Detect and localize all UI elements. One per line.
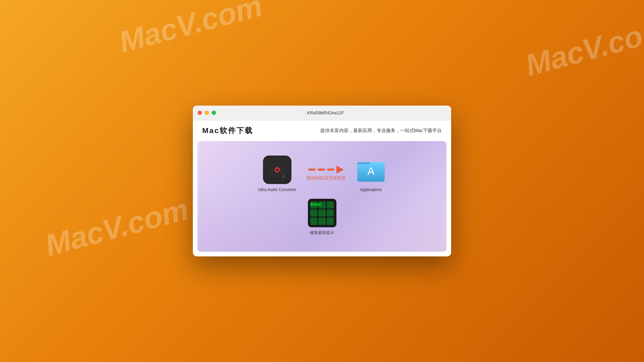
applications-folder-icon: A xyxy=(356,156,386,184)
svg-text:♪: ♪ xyxy=(282,173,285,179)
uac-svg-icon: ♪ xyxy=(265,157,290,182)
repair-label: 修复损坏提示 xyxy=(310,230,334,236)
titlebar: 📄 Kf5d09bf042ea11F xyxy=(193,106,451,120)
applications-label: Applications xyxy=(360,187,382,192)
dash-3 xyxy=(327,169,334,171)
traffic-lights xyxy=(198,111,216,115)
svg-text:A: A xyxy=(367,165,375,177)
title-icon: 📄 xyxy=(300,110,305,115)
repair-item[interactable]: exec 修复损坏提示 xyxy=(308,199,336,236)
dash-1 xyxy=(308,169,316,171)
install-row: ♪ Ultra Audio Converter 拖动到右边完成安装 xyxy=(258,155,386,192)
arrow-container: 拖动到右边完成安装 xyxy=(307,166,346,181)
dashed-arrow xyxy=(308,166,344,174)
app-item: ♪ Ultra Audio Converter xyxy=(258,155,297,192)
app-window: 📄 Kf5d09bf042ea11F Mac软件下载 提供丰富内容，最新应用，专… xyxy=(193,106,451,256)
exec-grid xyxy=(308,199,336,227)
app-name-label: Ultra Audio Converter xyxy=(258,187,297,192)
maximize-button[interactable] xyxy=(212,111,216,115)
applications-item[interactable]: A Applications xyxy=(356,155,386,192)
site-title: Mac软件下载 xyxy=(202,126,253,136)
close-button[interactable] xyxy=(198,111,202,115)
dash-2 xyxy=(318,169,325,171)
watermark-top: MacV.com xyxy=(115,0,266,60)
watermark-top-right: MacV.co xyxy=(522,19,644,83)
app-icon-wrapper: ♪ xyxy=(262,155,292,185)
applications-icon-wrapper: A xyxy=(356,155,386,185)
minimize-button[interactable] xyxy=(205,111,209,115)
arrow-head xyxy=(336,166,344,174)
site-subtitle: 提供丰富内容，最新应用，专业服务，一站式Mac下载平台 xyxy=(320,128,442,134)
uac-icon: ♪ xyxy=(263,156,291,184)
exec-grid-inner xyxy=(310,201,334,225)
dmg-area: ♪ Ultra Audio Converter 拖动到右边完成安装 xyxy=(198,141,446,252)
header-bar: Mac软件下载 提供丰富内容，最新应用，专业服务，一站式Mac下载平台 xyxy=(193,120,451,141)
exec-icon: exec xyxy=(308,199,336,227)
window-title: 📄 Kf5d09bf042ea11F xyxy=(300,110,344,115)
drag-hint: 拖动到右边完成安装 xyxy=(307,175,346,181)
watermark-bottom-left: MacV.com xyxy=(42,192,192,263)
svg-point-7 xyxy=(276,169,278,171)
